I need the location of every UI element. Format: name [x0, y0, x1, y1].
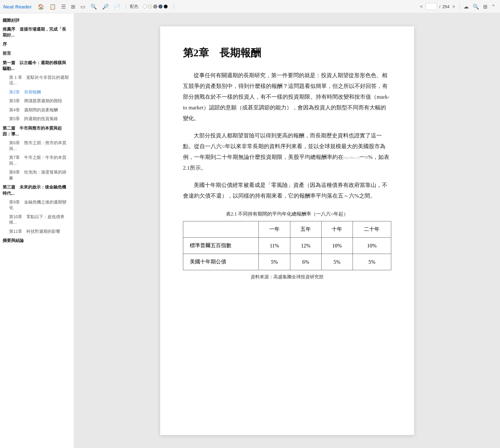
- data-table: 一年五年十年二十年 標準普爾五百指數11%12%10%10%美國十年期公債5%6…: [183, 221, 391, 270]
- chapter-name: 長期報酬: [219, 47, 261, 59]
- table-source: 資料來源：高盛集團全球投資研究部: [183, 274, 391, 280]
- separator-3: [459, 3, 460, 10]
- search-icon-2[interactable]: 🔎: [101, 3, 110, 10]
- page-icon[interactable]: 📄: [113, 3, 122, 10]
- page-number-input[interactable]: 35: [425, 3, 437, 10]
- chapter-title: 第2章 長期報酬: [183, 46, 391, 60]
- color-dots: [143, 5, 168, 8]
- main-layout: 國際好評推薦序 道循市場週期，完成「長期好...序前言第一篇 以古鑑今：週期的模…: [0, 13, 500, 448]
- sidebar-item-ch6[interactable]: 第6章 熊市之因：熊市的本質與...: [0, 139, 74, 153]
- color-dot-white[interactable]: [143, 5, 147, 8]
- color-dot-cream[interactable]: [148, 5, 152, 8]
- table-col-header-1: 一年: [259, 221, 290, 238]
- sidebar-item-part1[interactable]: 第一篇 以古鑑今：週期的模樣與驅動...: [0, 58, 74, 73]
- table-cell-0-1: 12%: [290, 238, 321, 254]
- table-body: 標準普爾五百指數11%12%10%10%美國十年期公債5%6%5%5%: [183, 238, 391, 270]
- expand-icon[interactable]: ⊞: [482, 3, 489, 10]
- sidebar-item-ch10[interactable]: 第10章 零點以下：超低債券殖...: [0, 213, 74, 227]
- table-cell-0-3: 10%: [353, 238, 391, 254]
- sidebar-item-ch4[interactable]: 第4章 週期間的資產報酬: [0, 106, 74, 115]
- sidebar-item-tuijian[interactable]: 推薦序 道循市場週期，完成「長期好...: [0, 25, 74, 40]
- separator-1: [126, 3, 126, 10]
- sidebar-item-ch1[interactable]: 第 1 章 駕馭於今非昔比的週期流...: [0, 73, 74, 88]
- table-col-header-2: 五年: [290, 221, 321, 238]
- table-header-row: 一年五年十年二十年: [183, 221, 391, 238]
- table-row-1: 美國十年期公債5%6%5%5%: [183, 254, 391, 270]
- table-cell-0-0: 11%: [259, 238, 290, 254]
- table-col-header-4: 二十年: [353, 221, 391, 238]
- search-icon-1[interactable]: 🔍: [89, 3, 98, 10]
- table-cell-1-0: 5%: [259, 254, 290, 270]
- table-cell-1-1: 6%: [290, 254, 321, 270]
- next-page-button[interactable]: >: [451, 3, 457, 10]
- home-icon[interactable]: 🏠: [36, 3, 46, 10]
- toolbar: Neat Reader 🏠 📋 ☰ ⊞ ▭ 🔍 🔎 📄 配色 < 35 / 25…: [0, 0, 500, 13]
- paragraph-3: 美國十年期公債經常被看成是「零風險」資產（因為這種債券有政府當靠山，不會違約欠債…: [183, 180, 391, 201]
- cloud-icon[interactable]: ☁: [462, 3, 470, 10]
- separator-2: [174, 3, 174, 10]
- rect-icon[interactable]: ▭: [79, 3, 87, 10]
- page-separator: /: [439, 4, 440, 9]
- color-dot-gray[interactable]: [153, 5, 157, 8]
- sidebar-item-ch2[interactable]: 第2章 長期報酬: [0, 88, 74, 97]
- collapse-icon[interactable]: ⌃: [490, 3, 497, 10]
- sidebar-item-summary[interactable]: 摘要與結論: [0, 236, 74, 245]
- grid-icon[interactable]: ⊞: [70, 3, 76, 10]
- sidebar: 國際好評推薦序 道循市場週期，完成「長期好...序前言第一篇 以古鑑今：週期的模…: [0, 13, 74, 448]
- paragraph-1: 從事任何有關週期的長期研究，第一件要問的就是：投資人期望從形形色色、相互競爭的資…: [183, 70, 391, 124]
- sidebar-item-ch9[interactable]: 第9章 金融危機之後的週期變化: [0, 198, 74, 213]
- paragraphs-container: 從事任何有關週期的長期研究，第一件要問的就是：投資人期望從形形色色、相互競爭的資…: [183, 70, 391, 201]
- chapter-number: 第2章: [183, 47, 209, 59]
- table-col-header-3: 十年: [321, 221, 353, 238]
- sidebar-item-ch5[interactable]: 第5章 跨週期的投資風格: [0, 115, 74, 124]
- sidebar-item-ch11[interactable]: 第11章 科技對週期的影響: [0, 227, 74, 236]
- table-caption: 表2.1 不同持有期間的平均年化總報酬率（一八六○年起）: [183, 211, 391, 217]
- total-pages: 254: [442, 4, 450, 9]
- copy-icon[interactable]: 📋: [48, 3, 57, 10]
- sidebar-item-part3[interactable]: 第三篇 未來的啟示：後金融危機時代...: [0, 183, 74, 198]
- sidebar-item-part2[interactable]: 第二篇 牛市與熊市的本質與起因：導...: [0, 124, 74, 139]
- paragraph-2: 大部分投資人都期望冒險可以得到更高的報酬，而長期歷史資料也證實了這一點。從自一八…: [183, 130, 391, 173]
- menu-icon[interactable]: ☰: [60, 3, 67, 10]
- sidebar-item-xu[interactable]: 序: [0, 40, 74, 49]
- sidebar-item-ch7[interactable]: 第7章 牛市之眼：牛市的本質與...: [0, 153, 74, 168]
- table-cell-1-2: 5%: [321, 254, 353, 270]
- table-cell-0-2: 10%: [321, 238, 353, 254]
- table-cell-1-3: 5%: [353, 254, 391, 270]
- app-title: Neat Reader: [3, 4, 32, 9]
- table-cell-label-0: 標準普爾五百指數: [183, 238, 259, 254]
- color-dot-blue[interactable]: [159, 5, 162, 8]
- page-navigation: < 35 / 254 > ☁ 🔍 ⊞ ⌃: [418, 3, 497, 10]
- color-dot-dark[interactable]: [164, 5, 168, 8]
- prev-page-button[interactable]: <: [418, 3, 424, 10]
- content-area[interactable]: 第2章 長期報酬 從事任何有關週期的長期研究，第一件要問的就是：投資人期望從形形…: [74, 13, 500, 448]
- book-page: 第2章 長期報酬 從事任何有關週期的長期研究，第一件要問的就是：投資人期望從形形…: [160, 26, 414, 435]
- sidebar-item-ch8[interactable]: 第8章 吹泡泡：過度發展的跡象: [0, 168, 74, 183]
- sidebar-item-qianyan[interactable]: 前言: [0, 49, 74, 58]
- sidebar-item-guoji[interactable]: 國際好評: [0, 16, 74, 25]
- color-label: 配色: [130, 4, 138, 9]
- search-icon-3[interactable]: 🔍: [471, 3, 480, 10]
- table-row-0: 標準普爾五百指數11%12%10%10%: [183, 238, 391, 254]
- table-col-header-0: [183, 221, 259, 238]
- sidebar-item-ch3[interactable]: 第3章 辨識股票週期的階段: [0, 97, 74, 106]
- table-cell-label-1: 美國十年期公債: [183, 254, 259, 270]
